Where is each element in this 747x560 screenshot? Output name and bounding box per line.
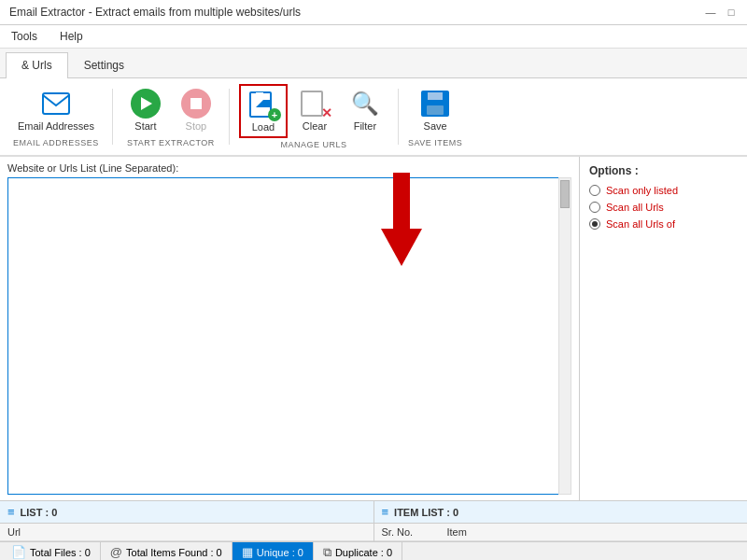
- start-label: Start: [134, 120, 156, 132]
- radio-scan-all[interactable]: [589, 202, 600, 213]
- clear-button[interactable]: ✕ Clear: [291, 84, 338, 138]
- stop-button[interactable]: Stop: [173, 84, 219, 136]
- toolbar-extractor-buttons: Start Stop: [122, 84, 219, 136]
- option-scan-all-of-label: Scan all Urls of: [606, 218, 675, 230]
- item-list-columns: Sr. No. Item: [374, 524, 748, 541]
- save-label: Save: [424, 120, 447, 132]
- top-section: Website or Urls List (Line Separated): O…: [0, 157, 747, 500]
- status-bar: 📄 Total Files : 0 @ Total Items Found : …: [0, 541, 747, 560]
- toolbar-section-extractor: Start Stop START EXTRACTOR: [122, 84, 219, 147]
- toolbar-email-buttons: Email Addresses: [9, 84, 103, 136]
- email-section-label: EMAIL ADDRESSES: [13, 138, 99, 147]
- tab-settings[interactable]: Settings: [68, 52, 140, 77]
- separator-2: [229, 89, 230, 145]
- clear-icon: ✕: [300, 89, 330, 119]
- start-icon: [131, 89, 161, 119]
- radio-scan-all-of[interactable]: [589, 218, 600, 230]
- load-icon: +: [248, 90, 278, 119]
- scrollbar-vertical[interactable]: [558, 177, 571, 495]
- toolbar-section-save: Save SAVE ITEMS: [408, 84, 462, 147]
- toolbar-manage-buttons: + Load ✕ Clear 🔍 Fil: [239, 84, 388, 138]
- toolbar-section-email: Email Addresses EMAIL ADDRESSES: [9, 84, 103, 147]
- url-list-header: ≡ LIST : 0: [0, 501, 374, 524]
- menu-bar: Tools Help: [0, 25, 747, 49]
- bottom-panels: ≡ LIST : 0 Url ≡ ITEM LIST : 0 Sr. No. I…: [0, 500, 747, 541]
- option-scan-all-of: Scan all Urls of: [589, 218, 738, 230]
- title-bar: Email Extractor - Extract emails from mu…: [0, 0, 747, 25]
- toolbar-section-manage: + Load ✕ Clear 🔍 Fil: [239, 84, 388, 149]
- item-list-panel: ≡ ITEM LIST : 0 Sr. No. Item: [374, 501, 748, 541]
- status-total-files: 📄 Total Files : 0: [7, 542, 101, 560]
- status-duplicate: ⧉ Duplicate : 0: [314, 542, 402, 560]
- option-scan-listed-label: Scan only listed: [606, 185, 678, 196]
- save-icon: [420, 89, 450, 119]
- filter-button[interactable]: 🔍 Filter: [342, 84, 388, 138]
- window-controls: — □: [704, 6, 738, 19]
- duplicate-icon: ⧉: [323, 545, 331, 560]
- start-button[interactable]: Start: [122, 84, 169, 136]
- item-column-header: Item: [447, 526, 740, 538]
- url-list-title: LIST : 0: [21, 507, 58, 518]
- separator-1: [112, 89, 113, 145]
- email-addresses-label: Email Addresses: [18, 120, 94, 132]
- email-addresses-button[interactable]: Email Addresses: [9, 84, 103, 136]
- extractor-section-label: START EXTRACTOR: [127, 138, 215, 147]
- menu-tools[interactable]: Tools: [7, 28, 41, 45]
- toolbar-save-buttons: Save: [412, 84, 458, 136]
- url-textarea-wrapper: [7, 177, 571, 495]
- url-column-header: Url: [7, 526, 366, 538]
- total-items-label: Total Items Found : 0: [126, 547, 222, 558]
- option-scan-all-label: Scan all Urls: [606, 202, 664, 213]
- load-label: Load: [252, 121, 275, 133]
- url-section-label: Website or Urls List (Line Separated):: [7, 162, 571, 174]
- radio-scan-listed[interactable]: [589, 185, 600, 196]
- maximize-button[interactable]: □: [725, 6, 738, 19]
- file-icon: 📄: [11, 545, 26, 559]
- save-button[interactable]: Save: [412, 84, 458, 136]
- list-icon: ≡: [7, 505, 15, 519]
- clear-label: Clear: [303, 120, 327, 132]
- status-unique: ▦ Unique : 0: [233, 542, 314, 560]
- separator-3: [398, 89, 399, 145]
- filter-label: Filter: [354, 120, 376, 132]
- options-section: Options : Scan only listed Scan all Urls…: [579, 157, 747, 500]
- email-icon: [41, 89, 71, 119]
- url-list-panel: ≡ LIST : 0 Url: [0, 501, 374, 541]
- item-list-header: ≡ ITEM LIST : 0: [374, 501, 748, 524]
- at-icon: @: [110, 545, 122, 559]
- toolbar: Email Addresses EMAIL ADDRESSES Start St…: [0, 78, 747, 157]
- manage-section-label: MANAGE URLS: [280, 140, 346, 149]
- tab-websites-urls[interactable]: & Urls: [6, 52, 68, 78]
- stop-icon: [181, 89, 211, 119]
- options-title: Options :: [589, 164, 738, 177]
- unique-icon: ▦: [242, 545, 253, 559]
- option-scan-listed: Scan only listed: [589, 185, 738, 196]
- minimize-button[interactable]: —: [704, 6, 717, 19]
- save-section-label: SAVE ITEMS: [408, 138, 462, 147]
- sr-no-column-header: Sr. No.: [382, 526, 447, 538]
- menu-help[interactable]: Help: [56, 28, 87, 45]
- item-list-icon: ≡: [382, 505, 389, 519]
- url-section: Website or Urls List (Line Separated):: [0, 157, 579, 500]
- option-scan-all: Scan all Urls: [589, 202, 738, 213]
- load-button[interactable]: + Load: [239, 84, 288, 138]
- filter-icon: 🔍: [350, 89, 380, 119]
- tabs-bar: & Urls Settings: [0, 49, 747, 78]
- unique-label: Unique : 0: [257, 547, 303, 558]
- item-list-title: ITEM LIST : 0: [394, 507, 458, 518]
- main-content: Website or Urls List (Line Separated): O…: [0, 157, 747, 541]
- total-files-label: Total Files : 0: [30, 547, 91, 558]
- svg-rect-0: [43, 93, 69, 114]
- stop-label: Stop: [186, 120, 207, 132]
- scrollbar-thumb: [560, 180, 570, 208]
- url-list-columns: Url: [0, 524, 374, 541]
- window-title: Email Extractor - Extract emails from mu…: [9, 6, 301, 19]
- duplicate-label: Duplicate : 0: [335, 547, 392, 558]
- status-total-items: @ Total Items Found : 0: [101, 542, 233, 560]
- url-input[interactable]: [7, 177, 571, 495]
